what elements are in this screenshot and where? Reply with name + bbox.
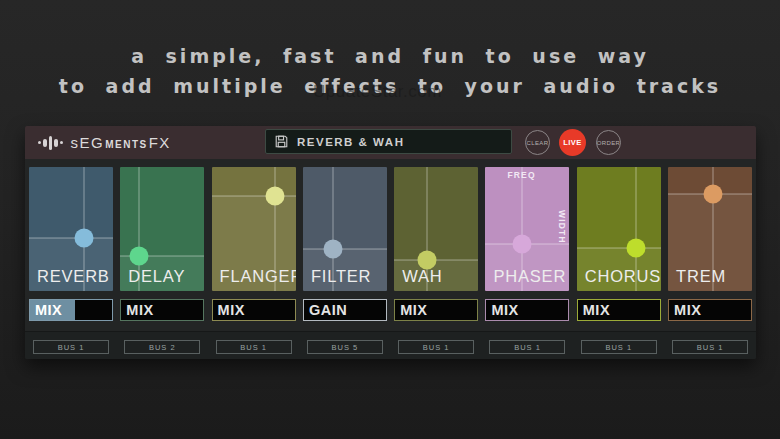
effect-label: REVERB <box>37 267 110 286</box>
xy-pad-phaser[interactable]: PHASERFREQWIDTH <box>485 167 569 291</box>
xy-dot-reverb[interactable] <box>74 228 93 247</box>
effect-label: TREM <box>676 267 726 286</box>
effect-label: WAH <box>402 267 442 286</box>
mix-field-label: MIX <box>213 302 245 318</box>
xy-pad-flanger[interactable]: FLANGER <box>212 167 296 291</box>
axis-label-width: WIDTH <box>557 210 567 244</box>
bus-button-trem[interactable]: BUS 1 <box>672 340 748 354</box>
save-icon <box>275 135 288 148</box>
mix-field-filter[interactable]: GAIN <box>303 299 387 321</box>
mix-field-trem[interactable]: MIX <box>668 299 752 321</box>
bus-cell: BUS 2 <box>120 340 204 354</box>
bus-button-filter[interactable]: BUS 5 <box>307 340 383 354</box>
mix-field-label: GAIN <box>304 302 347 318</box>
waveform-logo-icon <box>38 136 63 150</box>
mix-field-label: MIX <box>121 302 153 318</box>
crosshair-horizontal <box>577 247 661 248</box>
xy-dot-chorus[interactable] <box>626 238 645 257</box>
crosshair-horizontal <box>29 237 113 238</box>
crosshair-horizontal <box>303 248 387 249</box>
plugin-window: sEGmentsFX REVERB & WAH CLEAR LIVE ORDER… <box>25 126 756 359</box>
effect-label: CHORUS <box>585 267 661 286</box>
xy-pad-delay[interactable]: DELAY <box>120 167 204 291</box>
xy-pad-filter[interactable]: FILTER <box>303 167 387 291</box>
bus-cell: BUS 1 <box>485 340 569 354</box>
mix-fields-row: MIXMIXMIXGAINMIXMIXMIXMIX <box>29 299 752 321</box>
bus-cell: BUS 1 <box>668 340 752 354</box>
bus-cell: BUS 1 <box>577 340 661 354</box>
xy-pad-wah[interactable]: WAH <box>394 167 478 291</box>
mix-field-delay[interactable]: MIX <box>120 299 204 321</box>
mix-field-chorus[interactable]: MIX <box>577 299 661 321</box>
mix-field-label: MIX <box>395 302 427 318</box>
effect-label: DELAY <box>128 267 185 286</box>
bus-button-wah[interactable]: BUS 1 <box>398 340 474 354</box>
effect-label: FLANGER <box>220 267 296 286</box>
effect-label: PHASER <box>493 267 566 286</box>
preset-name: REVERB & WAH <box>297 136 404 148</box>
mix-field-label: MIX <box>669 302 701 318</box>
xy-dot-flanger[interactable] <box>265 186 284 205</box>
bus-cell: BUS 1 <box>394 340 478 354</box>
brand-name: sEGmentsFX <box>71 134 171 151</box>
tagline-line-2: to add multiple effects to your audio tr… <box>0 71 780 101</box>
bus-button-phaser[interactable]: BUS 1 <box>489 340 565 354</box>
bus-button-reverb[interactable]: BUS 1 <box>33 340 109 354</box>
brand: sEGmentsFX <box>38 126 171 159</box>
tagline-line-1: a simple, fast and fun to use way <box>0 41 780 71</box>
mix-field-label: MIX <box>578 302 610 318</box>
effect-label: FILTER <box>311 267 371 286</box>
bus-button-flanger[interactable]: BUS 1 <box>216 340 292 354</box>
bus-button-chorus[interactable]: BUS 1 <box>581 340 657 354</box>
mix-field-label: MIX <box>486 302 518 318</box>
mix-field-phaser[interactable]: MIX <box>485 299 569 321</box>
xy-dot-phaser[interactable] <box>512 234 531 253</box>
bus-buttons-row: BUS 1BUS 2BUS 1BUS 5BUS 1BUS 1BUS 1BUS 1 <box>29 340 752 354</box>
mix-field-reverb[interactable]: MIX <box>29 299 113 321</box>
xy-dot-delay[interactable] <box>129 247 148 266</box>
xy-pad-chorus[interactable]: CHORUS <box>577 167 661 291</box>
live-button[interactable]: LIVE <box>559 129 586 156</box>
bus-cell: BUS 5 <box>303 340 387 354</box>
tagline: a simple, fast and fun to use way to add… <box>0 41 780 101</box>
bus-strip: BUS 1BUS 2BUS 1BUS 5BUS 1BUS 1BUS 1BUS 1 <box>25 331 756 359</box>
mix-field-label: MIX <box>30 302 62 318</box>
order-button[interactable]: ORDER <box>596 130 621 155</box>
axis-label-freq: FREQ <box>507 170 535 180</box>
bus-button-delay[interactable]: BUS 2 <box>124 340 200 354</box>
mix-field-flanger[interactable]: MIX <box>212 299 296 321</box>
xy-pad-reverb[interactable]: REVERB <box>29 167 113 291</box>
mix-field-wah[interactable]: MIX <box>394 299 478 321</box>
xy-dot-trem[interactable] <box>704 185 723 204</box>
xy-pad-trem[interactable]: TREM <box>668 167 752 291</box>
preset-name-field[interactable]: REVERB & WAH <box>265 129 512 154</box>
bus-cell: BUS 1 <box>212 340 296 354</box>
effect-pads-row: REVERBDELAYFLANGERFILTERWAHPHASERFREQWID… <box>29 167 752 291</box>
xy-dot-filter[interactable] <box>324 239 343 258</box>
bus-cell: BUS 1 <box>29 340 113 354</box>
clear-button[interactable]: CLEAR <box>525 130 550 155</box>
titlebar: sEGmentsFX REVERB & WAH CLEAR LIVE ORDER <box>25 126 756 159</box>
